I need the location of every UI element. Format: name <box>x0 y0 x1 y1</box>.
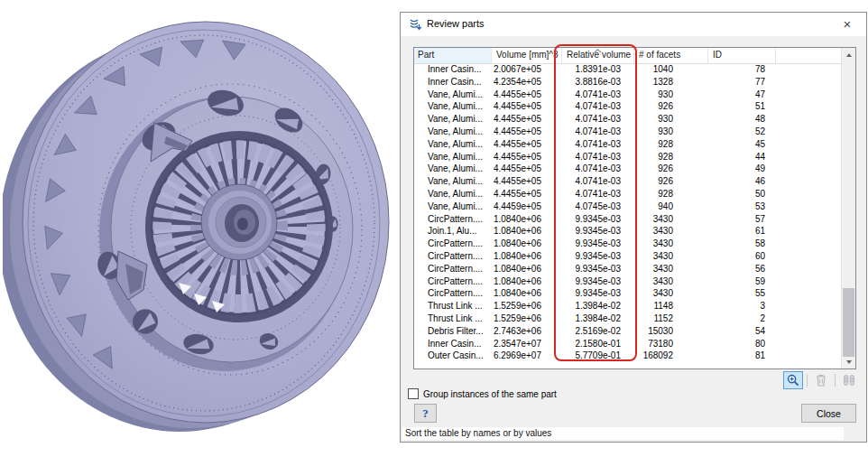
table-row[interactable]: Vane, Alumi... 4.4455e+05 4.0741e-03 928… <box>414 138 841 151</box>
help-button[interactable]: ? <box>414 404 437 423</box>
cell-id: 44 <box>708 151 776 163</box>
table-row[interactable]: Vane, Alumi... 4.4459e+05 4.0745e-03 940… <box>414 201 841 213</box>
cell-relative-volume: 4.0745e-03 <box>562 201 634 213</box>
cell-id: 47 <box>708 89 776 101</box>
cell-relative-volume: 1.3984e-02 <box>562 312 634 325</box>
cell-part: Thrust Link ... <box>414 300 492 312</box>
table-row[interactable]: Inner Casin... 2.0067e+05 1.8391e-03 104… <box>414 63 841 76</box>
trash-icon <box>816 374 826 387</box>
cell-part: Inner Casin... <box>414 338 492 350</box>
table-row[interactable]: CircPattern.... 1.0840e+06 9.9345e-03 34… <box>414 250 841 263</box>
column-header-part[interactable]: Part <box>414 48 492 63</box>
cell-volume: 2.7463e+06 <box>492 325 562 338</box>
cell-part: Vane, Alumi... <box>414 113 492 126</box>
review-parts-icon <box>409 17 422 32</box>
checkbox-box[interactable] <box>408 388 419 399</box>
parts-table-body: Inner Casin... 2.0067e+05 1.8391e-03 104… <box>414 63 841 368</box>
turbofan-engine-model <box>3 14 397 437</box>
cell-relative-volume: 9.9345e-03 <box>562 287 634 300</box>
scroll-up-icon[interactable] <box>842 48 855 61</box>
table-row[interactable]: Vane, Alumi... 4.4455e+05 4.0741e-03 926… <box>414 175 841 188</box>
table-row[interactable]: Inner Casin... 4.2354e+05 3.8816e-03 132… <box>414 76 841 89</box>
cell-id: 59 <box>708 275 776 288</box>
cell-volume: 1.0840e+06 <box>492 275 562 288</box>
cell-facets: 928 <box>634 188 708 201</box>
table-row[interactable]: Vane, Alumi... 4.4455e+05 4.0741e-03 930… <box>414 126 841 138</box>
cell-part: Vane, Alumi... <box>414 175 492 188</box>
cell-volume: 1.0840e+06 <box>492 287 562 300</box>
cell-volume: 4.4455e+05 <box>492 188 562 201</box>
cell-relative-volume: 4.0741e-03 <box>562 138 634 151</box>
cell-relative-volume: 9.9345e-03 <box>562 225 634 238</box>
table-row[interactable]: CircPattern.... 1.0840e+06 9.9345e-03 34… <box>414 238 841 250</box>
cell-relative-volume: 4.0741e-03 <box>562 188 634 201</box>
column-header-facets[interactable]: # of facets <box>634 48 708 63</box>
cell-volume: 4.4455e+05 <box>492 89 562 101</box>
sort-ascending-icon <box>594 49 602 53</box>
zoom-to-part-button[interactable] <box>783 371 803 389</box>
cell-relative-volume: 1.3984e-02 <box>562 300 634 312</box>
table-row[interactable]: Outer Casin... 6.2969e+07 5.7709e-01 168… <box>414 350 841 362</box>
table-row[interactable]: CircPattern.... 1.0840e+06 9.9345e-03 34… <box>414 263 841 275</box>
cell-id: 80 <box>708 338 776 350</box>
table-row[interactable]: Vane, Alumi... 4.4455e+05 4.0741e-03 928… <box>414 151 841 163</box>
cell-volume: 1.5259e+06 <box>492 312 562 325</box>
cell-relative-volume: 5.7709e-01 <box>562 350 634 362</box>
cell-volume: 4.4455e+05 <box>492 175 562 188</box>
close-icon[interactable]: × <box>839 15 855 33</box>
cell-id: 61 <box>708 225 776 238</box>
close-button[interactable]: Close <box>801 404 856 423</box>
cell-part: Vane, Alumi... <box>414 151 492 163</box>
table-row[interactable]: Vane, Alumi... 4.4455e+05 4.0741e-03 926… <box>414 163 841 175</box>
cell-volume: 4.4455e+05 <box>492 138 562 151</box>
cell-volume: 1.5259e+06 <box>492 300 562 312</box>
cell-facets: 930 <box>634 113 708 126</box>
table-row[interactable]: Inner Casin... 2.3547e+07 2.1580e-01 731… <box>414 338 841 350</box>
cell-facets: 928 <box>634 151 708 163</box>
cell-volume: 4.4459e+05 <box>492 201 562 213</box>
table-row[interactable]: CircPattern.... 1.0840e+06 9.9345e-03 34… <box>414 213 841 226</box>
dialog-titlebar[interactable]: Review parts × <box>401 13 866 36</box>
table-row[interactable]: Join.1, Alu... 1.0840e+06 9.9345e-03 343… <box>414 225 841 238</box>
cell-facets: 928 <box>634 138 708 151</box>
cell-volume: 1.0840e+06 <box>492 213 562 226</box>
table-vertical-scrollbar[interactable] <box>841 48 855 368</box>
dialog-title: Review parts <box>427 18 485 29</box>
table-mini-toolbar <box>783 370 859 390</box>
cell-relative-volume: 2.1580e-01 <box>562 338 634 350</box>
group-instances-checkbox[interactable]: Group instances of the same part <box>408 388 557 399</box>
column-header-id[interactable]: ID <box>708 48 776 63</box>
cell-volume: 1.0840e+06 <box>492 250 562 263</box>
cell-volume: 6.2969e+07 <box>492 350 562 362</box>
cell-volume: 1.0840e+06 <box>492 225 562 238</box>
cell-relative-volume: 9.9345e-03 <box>562 275 634 288</box>
cell-id: 2 <box>708 312 776 325</box>
table-row[interactable]: Thrust Link ... 1.5259e+06 1.3984e-02 11… <box>414 312 841 325</box>
cell-id: 53 <box>708 201 776 213</box>
merge-instances-button[interactable] <box>839 371 859 389</box>
cell-facets: 1328 <box>634 76 708 89</box>
table-row[interactable]: Vane, Alumi... 4.4455e+05 4.0741e-03 930… <box>414 89 841 101</box>
table-row[interactable]: Vane, Alumi... 4.4455e+05 4.0741e-03 930… <box>414 113 841 126</box>
column-header-volume[interactable]: Volume [mm]^3 <box>492 48 562 63</box>
zoom-in-icon <box>787 374 799 387</box>
scroll-down-icon[interactable] <box>842 355 855 368</box>
cell-relative-volume: 4.0741e-03 <box>562 89 634 101</box>
table-row[interactable]: Debris Filter... 2.7463e+06 2.5169e-02 1… <box>414 325 841 338</box>
scrollbar-thumb[interactable] <box>843 288 854 357</box>
table-row[interactable]: CircPattern.... 1.0840e+06 9.9345e-03 34… <box>414 275 841 288</box>
table-row[interactable]: CircPattern.... 1.0840e+06 9.9345e-03 34… <box>414 287 841 300</box>
cell-id: 3 <box>708 300 776 312</box>
cell-id: 54 <box>708 325 776 338</box>
table-row[interactable]: Thrust Link ... 1.5259e+06 1.3984e-02 11… <box>414 300 841 312</box>
cell-facets: 926 <box>634 175 708 188</box>
cad-3d-viewport[interactable] <box>0 0 400 457</box>
cell-relative-volume: 9.9345e-03 <box>562 250 634 263</box>
checkbox-label: Group instances of the same part <box>423 389 557 399</box>
cell-relative-volume: 4.0741e-03 <box>562 151 634 163</box>
table-row[interactable]: Vane, Alumi... 4.4455e+05 4.0741e-03 928… <box>414 188 841 201</box>
column-header-empty[interactable] <box>776 48 841 63</box>
delete-part-button[interactable] <box>811 371 831 389</box>
table-row[interactable]: Vane, Alumi... 4.4455e+05 4.0741e-03 926… <box>414 100 841 113</box>
cell-part: CircPattern.... <box>414 238 492 250</box>
